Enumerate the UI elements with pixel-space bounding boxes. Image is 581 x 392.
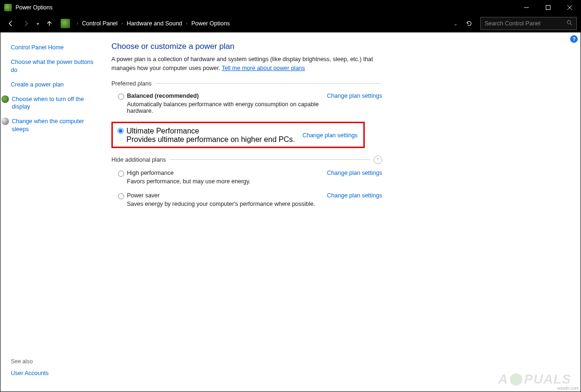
- sidebar-display-off-link[interactable]: Choose when to turn off the display: [12, 95, 99, 111]
- sidebar-user-accounts-link[interactable]: User Accounts: [11, 369, 99, 377]
- watermark: APUALS: [498, 372, 571, 387]
- search-input[interactable]: Search Control Panel: [480, 17, 577, 30]
- sidebar-sleep-link[interactable]: Change when the computer sleeps: [12, 118, 99, 133]
- breadcrumb[interactable]: › Control Panel › Hardware and Sound › P…: [73, 17, 448, 30]
- search-placeholder: Search Control Panel: [485, 20, 541, 27]
- plan-high-desc: Favors performance, but may use more ene…: [127, 178, 320, 185]
- maximize-button[interactable]: [537, 0, 559, 15]
- plan-ultimate-desc: Provides ultimate performance on higher …: [126, 135, 295, 144]
- back-button[interactable]: [4, 17, 17, 30]
- change-settings-saver[interactable]: Change plan settings: [327, 192, 382, 199]
- chevron-right-icon: ›: [75, 17, 80, 30]
- breadcrumb-leaf[interactable]: Power Options: [191, 17, 230, 30]
- content: Control Panel Home Choose what the power…: [0, 32, 581, 392]
- titlebar: Power Options: [0, 0, 581, 15]
- breadcrumb-mid[interactable]: Hardware and Sound: [126, 17, 182, 30]
- main-panel: ? Choose or customize a power plan A pow…: [104, 32, 581, 392]
- plan-balanced-name: Balanced (recommended): [127, 93, 320, 99]
- hide-additional-label: Hide additional plans ⌃: [111, 156, 382, 164]
- learn-more-link[interactable]: Tell me more about power plans: [222, 65, 305, 71]
- change-settings-balanced[interactable]: Change plan settings: [327, 93, 382, 99]
- plan-balanced-desc: Automatically balances performance with …: [127, 101, 320, 114]
- recent-dropdown[interactable]: ▾: [34, 21, 41, 26]
- chevron-right-icon: ›: [119, 17, 125, 30]
- sleep-icon: [1, 118, 9, 125]
- sidebar-create-plan-link[interactable]: Create a power plan: [11, 81, 99, 89]
- display-icon: [1, 95, 9, 103]
- navbar: ▾ › Control Panel › Hardware and Sound ›…: [0, 15, 581, 32]
- plan-balanced: Balanced (recommended) Automatically bal…: [111, 92, 382, 121]
- change-settings-ultimate[interactable]: Change plan settings: [302, 132, 357, 139]
- preferred-plans-label: Preferred plans: [111, 80, 380, 87]
- forward-button[interactable]: [19, 17, 32, 30]
- path-icon: [61, 19, 70, 28]
- close-button[interactable]: [559, 0, 581, 15]
- up-button[interactable]: [43, 17, 56, 30]
- change-settings-high[interactable]: Change plan settings: [327, 170, 382, 176]
- watermark-icon: [510, 373, 522, 385]
- plan-ultimate-radio[interactable]: [118, 128, 124, 134]
- plan-high: High performance Favors performance, but…: [111, 169, 382, 191]
- breadcrumb-root[interactable]: Control Panel: [82, 17, 118, 30]
- svg-line-5: [570, 24, 572, 25]
- plan-high-radio[interactable]: [118, 171, 124, 177]
- page-heading: Choose or customize a power plan: [111, 42, 569, 51]
- highlighted-plan: Ultimate Performance Provides ultimate p…: [111, 122, 365, 148]
- chevron-right-icon: ›: [184, 17, 189, 30]
- sidebar-home-link[interactable]: Control Panel Home: [11, 44, 99, 52]
- plan-saver-name: Power saver: [127, 192, 320, 199]
- svg-point-4: [567, 21, 571, 24]
- refresh-button[interactable]: [463, 17, 476, 30]
- window-title: Power Options: [16, 4, 516, 11]
- plan-balanced-radio[interactable]: [118, 94, 124, 100]
- plan-saver-radio[interactable]: [118, 193, 124, 199]
- plan-saver-desc: Saves energy by reducing your computer's…: [127, 201, 320, 207]
- page-description: A power plan is a collection of hardware…: [111, 55, 384, 73]
- svg-rect-1: [546, 6, 550, 10]
- help-icon[interactable]: ?: [570, 35, 578, 43]
- sidebar-power-buttons-link[interactable]: Choose what the power buttons do: [11, 58, 99, 74]
- plan-high-name: High performance: [127, 170, 320, 176]
- sidebar: Control Panel Home Choose what the power…: [0, 32, 104, 392]
- plan-ultimate-name: Ultimate Performance: [126, 127, 295, 135]
- see-also-label: See also: [11, 358, 99, 365]
- app-icon: [4, 4, 12, 11]
- source-label: wsxdn.com: [557, 386, 579, 391]
- search-icon: [566, 20, 573, 27]
- collapse-button[interactable]: ⌃: [374, 156, 382, 164]
- plan-saver: Power saver Saves energy by reducing you…: [111, 191, 382, 214]
- minimize-button[interactable]: [516, 0, 537, 15]
- path-dropdown[interactable]: ⌄: [450, 21, 461, 26]
